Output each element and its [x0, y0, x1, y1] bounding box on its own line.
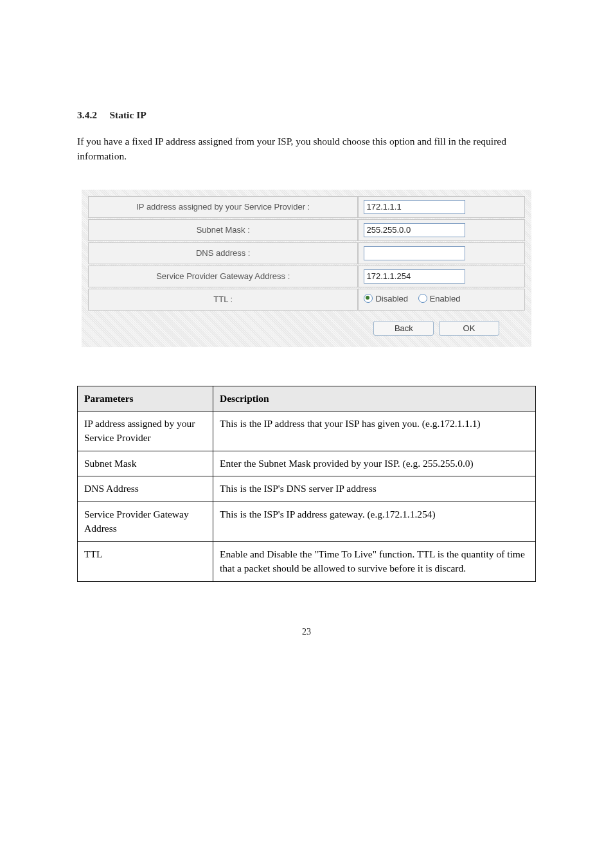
ttl-disabled-label: Disabled	[375, 294, 408, 303]
form-panel: IP address assigned by your Service Prov…	[82, 190, 531, 347]
desc-row: IP address assigned by your Service Prov…	[78, 411, 536, 451]
label-subnet: Subnet Mask :	[88, 219, 358, 241]
radio-icon	[364, 294, 373, 303]
ttl-enabled-radio[interactable]: Enabled	[418, 294, 461, 303]
row-subnet: Subnet Mask :	[88, 219, 525, 241]
label-gateway: Service Provider Gateway Address :	[88, 266, 358, 287]
description-table-wrap: Parameters Description IP address assign…	[77, 386, 536, 582]
desc-row: Subnet Mask Enter the Subnet Mask provid…	[78, 451, 536, 476]
desc-param: TTL	[78, 541, 213, 581]
form-table: IP address assigned by your Service Prov…	[88, 195, 525, 312]
label-ip: IP address assigned by your Service Prov…	[88, 196, 358, 218]
back-button[interactable]: Back	[373, 321, 434, 336]
ip-input[interactable]	[364, 200, 465, 214]
section-heading: 3.4.2 Static IP	[77, 109, 536, 121]
desc-param: Service Provider Gateway Address	[78, 502, 213, 541]
section-title: Static IP	[109, 109, 146, 120]
row-gateway: Service Provider Gateway Address :	[88, 266, 525, 287]
ttl-enabled-label: Enabled	[430, 294, 461, 303]
desc-param: DNS Address	[78, 476, 213, 502]
intro-text: If you have a fixed IP address assigned …	[77, 134, 536, 164]
ttl-disabled-radio[interactable]: Disabled	[364, 294, 408, 303]
desc-desc: This is the IP address that your ISP has…	[213, 411, 536, 451]
desc-desc: Enable and Disable the "Time To Live" fu…	[213, 541, 536, 581]
desc-param: IP address assigned by your Service Prov…	[78, 411, 213, 451]
page: 3.4.2 Static IP If you have a fixed IP a…	[0, 109, 613, 868]
label-ttl: TTL :	[88, 289, 358, 311]
desc-header-param: Parameters	[78, 386, 213, 411]
row-ip: IP address assigned by your Service Prov…	[88, 196, 525, 218]
desc-header-description: Description	[213, 386, 536, 411]
page-number: 23	[77, 627, 536, 637]
section-number: 3.4.2	[77, 109, 97, 120]
row-dns: DNS address :	[88, 242, 525, 264]
desc-row: Service Provider Gateway Address This is…	[78, 502, 536, 541]
dns-input[interactable]	[364, 246, 465, 260]
desc-row: TTL Enable and Disable the "Time To Live…	[78, 541, 536, 581]
subnet-input[interactable]	[364, 223, 465, 237]
form-panel-wrap: IP address assigned by your Service Prov…	[77, 190, 536, 347]
desc-desc: This is the ISP's DNS server IP address	[213, 476, 536, 502]
description-table: Parameters Description IP address assign…	[77, 386, 536, 582]
row-ttl: TTL : Disabled Enabled	[88, 289, 525, 311]
desc-row: DNS Address This is the ISP's DNS server…	[78, 476, 536, 502]
desc-param: Subnet Mask	[78, 451, 213, 476]
button-row: Back OK	[88, 321, 525, 336]
desc-header-row: Parameters Description	[78, 386, 536, 411]
label-dns: DNS address :	[88, 242, 358, 264]
gateway-input[interactable]	[364, 269, 465, 284]
radio-icon	[418, 294, 427, 303]
ok-button[interactable]: OK	[439, 321, 499, 336]
desc-desc: Enter the Subnet Mask provided by your I…	[213, 451, 536, 476]
desc-desc: This is the ISP's IP address gateway. (e…	[213, 502, 536, 541]
